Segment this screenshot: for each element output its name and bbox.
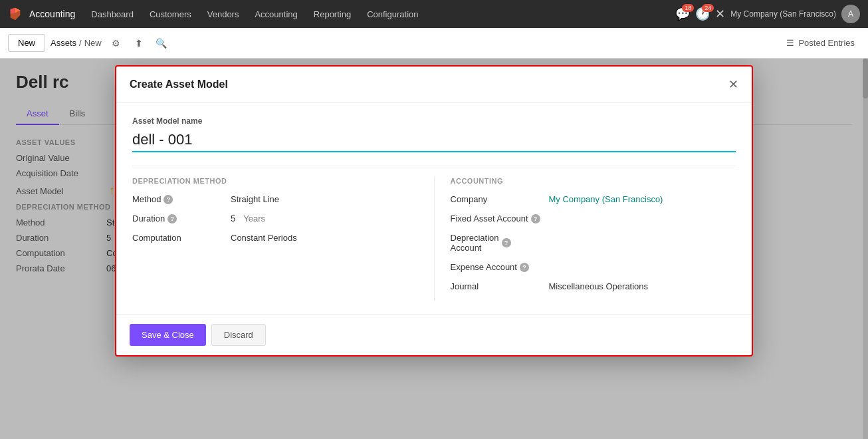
depreciation-section-title: DEPRECIATION METHOD — [132, 177, 418, 185]
duration-value: 5 — [231, 214, 235, 223]
accounting-section: ACCOUNTING Company My Company (San Franc… — [434, 177, 736, 301]
computation-value: Constant Periods — [231, 233, 297, 243]
modal-overlay: Create Asset Model ✕ Asset Model name DE… — [0, 59, 868, 439]
settings-icon-btn[interactable]: ✕ — [715, 7, 725, 21]
fixed-asset-help-icon[interactable]: ? — [531, 214, 540, 223]
posted-entries-button[interactable]: ☰ Posted Entries — [781, 35, 860, 51]
modal-field-depreciation-account: DepreciationAccount ? — [451, 233, 736, 253]
fixed-asset-label-text: Fixed Asset Account — [451, 214, 528, 223]
toolbar-icons: ⚙ ⬆ 🔍 — [107, 34, 171, 53]
duration-unit: Years — [243, 214, 265, 223]
asset-model-name-label: Asset Model name — [132, 116, 736, 126]
create-asset-modal: Create Asset Model ✕ Asset Model name DE… — [115, 65, 753, 357]
chat-badge: 18 — [682, 4, 694, 12]
expense-account-label-text: Expense Account — [451, 262, 517, 272]
posted-entries-label: Posted Entries — [798, 38, 855, 48]
duration-label-text: Duration — [132, 214, 165, 223]
nav-company-label[interactable]: My Company (San Francisco) — [730, 9, 836, 19]
nav-accounting[interactable]: Accounting — [248, 7, 304, 22]
modal-field-journal: Journal Miscellaneous Operations — [451, 281, 736, 291]
method-label-text: Method — [132, 194, 161, 204]
modal-field-duration: Duration ? 5 Years — [132, 214, 418, 223]
modal-field-company: Company My Company (San Francisco) — [451, 194, 736, 204]
breadcrumb-sep: / — [79, 38, 82, 48]
modal-header: Create Asset Model ✕ — [116, 67, 752, 103]
accounting-section-title: ACCOUNTING — [451, 177, 736, 185]
asset-model-name-group: Asset Model name — [132, 116, 736, 152]
journal-value: Miscellaneous Operations — [549, 281, 649, 291]
method-value: Straight Line — [231, 194, 279, 204]
method-help-icon[interactable]: ? — [163, 195, 173, 204]
depreciation-section: DEPRECIATION METHOD Method ? Straight Li… — [132, 177, 434, 301]
nav-vendors[interactable]: Vendors — [201, 7, 246, 22]
modal-field-expense-account: Expense Account ? — [451, 262, 736, 272]
duration-help-icon[interactable]: ? — [167, 214, 177, 223]
nav-dashboard[interactable]: Dashboard — [84, 7, 140, 22]
top-nav: Accounting Dashboard Customers Vendors A… — [0, 0, 868, 28]
asset-model-name-input[interactable] — [132, 128, 736, 152]
breadcrumb-sub: New — [84, 38, 102, 48]
breadcrumb-root[interactable]: Assets — [51, 38, 76, 48]
company-value[interactable]: My Company (San Francisco) — [549, 194, 663, 204]
avatar[interactable]: A — [841, 5, 860, 23]
modal-field-method: Method ? Straight Line — [132, 194, 418, 204]
activity-badge: 24 — [702, 4, 714, 12]
app-logo — [8, 7, 23, 21]
modal-field-computation: Computation Constant Periods — [132, 233, 418, 243]
modal-close-button[interactable]: ✕ — [728, 77, 738, 92]
modal-footer: Save & Close Discard — [116, 314, 752, 355]
nav-customers[interactable]: Customers — [143, 7, 198, 22]
journal-label-text: Journal — [451, 281, 479, 291]
app-brand[interactable]: Accounting — [29, 9, 75, 19]
modal-field-fixed-asset: Fixed Asset Account ? — [451, 214, 736, 223]
settings-toolbar-icon[interactable]: ⚙ — [107, 34, 126, 53]
nav-right: 💬 18 🕐 24 ✕ My Company (San Francisco) A — [675, 5, 860, 23]
sub-toolbar: New Assets / New ⚙ ⬆ 🔍 ☰ Posted Entries — [0, 28, 868, 59]
hamburger-icon: ☰ — [786, 38, 794, 48]
modal-body: Asset Model name DEPRECIATION METHOD Met… — [116, 103, 752, 314]
chat-icon-btn[interactable]: 💬 18 — [675, 7, 690, 21]
upload-toolbar-icon[interactable]: ⬆ — [130, 34, 148, 53]
new-button[interactable]: New — [8, 34, 45, 52]
main-content: Dell rc Asset Bills ASSET VALUES Origina… — [0, 59, 868, 439]
nav-reporting[interactable]: Reporting — [307, 7, 358, 22]
nav-configuration[interactable]: Configuration — [360, 7, 425, 22]
modal-sections: DEPRECIATION METHOD Method ? Straight Li… — [132, 166, 736, 301]
depreciation-account-label-text: DepreciationAccount — [451, 233, 499, 253]
expense-account-help-icon[interactable]: ? — [520, 263, 529, 272]
discard-button[interactable]: Discard — [211, 324, 266, 346]
computation-label-text: Computation — [132, 233, 181, 243]
breadcrumb: Assets / New — [51, 38, 102, 48]
search-toolbar-icon[interactable]: 🔍 — [152, 34, 171, 53]
modal-title: Create Asset Model — [130, 78, 228, 90]
save-close-button[interactable]: Save & Close — [130, 324, 206, 346]
company-label-text: Company — [451, 194, 488, 204]
depreciation-account-help-icon[interactable]: ? — [502, 238, 511, 247]
activity-icon-btn[interactable]: 🕐 24 — [695, 7, 710, 21]
